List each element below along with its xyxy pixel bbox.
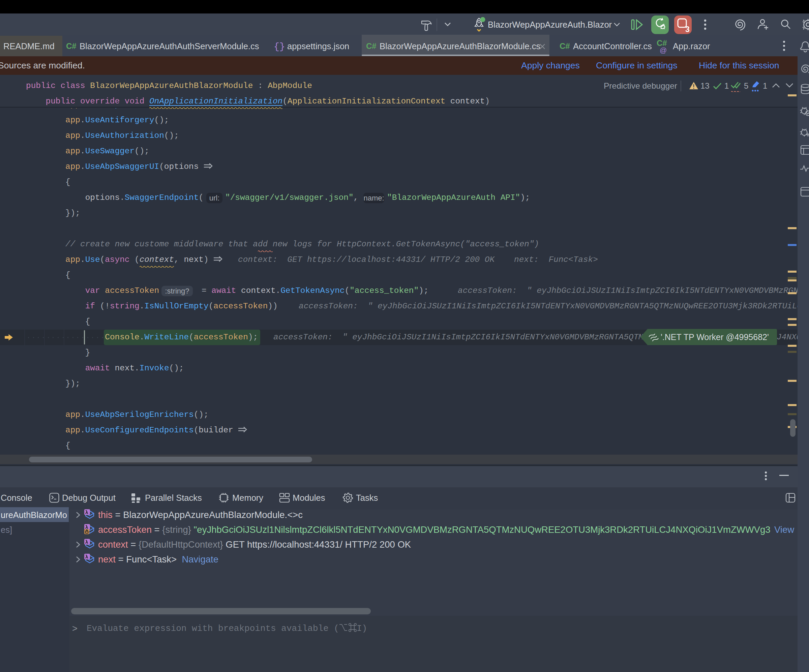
svg-text:3: 3 (685, 25, 690, 34)
svg-text:C#: C# (366, 42, 376, 50)
svg-text:C#: C# (559, 42, 570, 50)
svg-text:C#: C# (66, 42, 77, 50)
svg-text:λ: λ (85, 524, 88, 530)
svg-text:λ: λ (85, 554, 88, 560)
svg-text:@: @ (660, 46, 667, 54)
svg-text:{}: {} (274, 42, 285, 52)
svg-text:λ: λ (85, 509, 88, 515)
svg-text:λ: λ (85, 539, 88, 545)
